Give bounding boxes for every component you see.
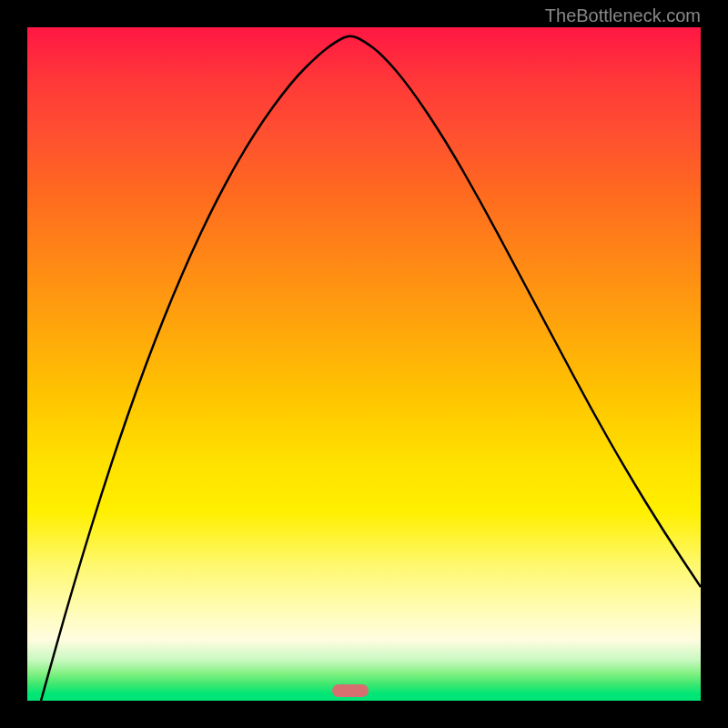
curve-plot [27, 27, 701, 701]
minimum-marker [332, 684, 369, 697]
chart-area [27, 27, 701, 701]
watermark-text: TheBottleneck.com [545, 5, 701, 26]
bottleneck-curve [41, 36, 701, 701]
